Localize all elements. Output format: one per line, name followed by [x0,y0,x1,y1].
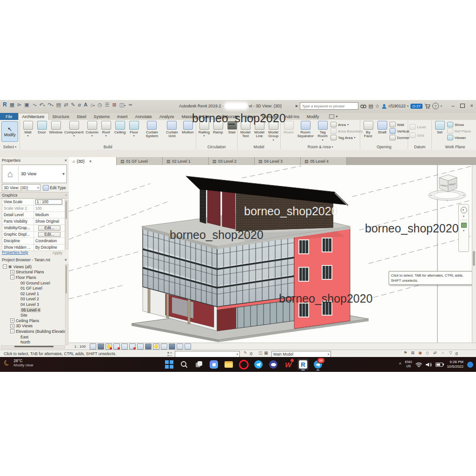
tree-item-ceiling-plans[interactable]: +Ceiling Plans [0,318,65,324]
crop-region-icon[interactable] [137,344,144,350]
design-options-icon[interactable]: ◫ [258,351,263,355]
rendering-dialog-icon[interactable] [121,344,128,350]
view-tab-01-gf-level[interactable]: ▤01 GF Level [117,157,163,165]
tree-item-01-gf-level[interactable]: 01 GF Level [0,285,65,291]
tree-item-elevations[interactable]: −Elevations (Building Elevatio [0,329,65,334]
editable-requests-icon[interactable]: ✎ [244,351,247,355]
ribbon-display-toggle[interactable]: ▾ [329,113,337,120]
view-scale-input[interactable]: 1 : 100 [35,199,62,205]
design-option-select[interactable]: Main Model▾ [271,351,331,357]
file-explorer-icon[interactable] [223,359,234,370]
collapse-icon[interactable]: − [10,329,14,333]
telegram-icon[interactable] [253,359,264,370]
cart-icon[interactable] [424,104,430,109]
discord-icon[interactable] [268,359,279,370]
drawing-area[interactable]: borneo_shop2020 borneo_shop2020 borneo_s… [69,165,476,343]
hidden-icons-chevron[interactable]: ^ [399,362,402,367]
select-underlay-icon[interactable]: ⊠ [411,351,415,355]
constraints-icon[interactable] [177,344,183,350]
search-button[interactable] [178,359,190,370]
floor-button[interactable]: Floor▾ [127,121,140,137]
tag-room-button[interactable]: Tag Room▾ [316,121,330,141]
tag-icon[interactable]: ⌀ [78,102,81,107]
dormer-button[interactable]: Dormer [390,134,410,141]
curtain-system-button[interactable]: Curtain System [141,121,163,139]
select-by-face-icon[interactable]: ◇ [426,351,429,355]
component-button[interactable]: Component▾ [63,121,85,137]
minimize-button[interactable]: – [451,103,454,108]
aligned-dimension-icon[interactable]: ✎ [71,102,75,107]
title-expand-icon[interactable]: ▶ [296,104,298,108]
weather-widget[interactable]: ☾ 28°C Mostly clear [4,358,33,368]
ref-plane-button[interactable]: Ref Plane [447,128,471,134]
wps-office-icon[interactable]: W [283,359,294,370]
hide-isolate-icon[interactable] [145,344,152,350]
scale-button[interactable]: 1 : 100 [74,344,86,349]
visibility-edit-button[interactable]: Edit... [38,225,60,231]
room-separator-button[interactable]: Room Separator [296,121,315,139]
penthouse[interactable] [186,176,348,231]
close-view-icon[interactable]: × [89,159,92,164]
tab-annotate[interactable]: Annotate [132,113,156,120]
red-feature-wall[interactable] [294,227,350,329]
start-button[interactable] [164,359,175,370]
browser-hscrollbar[interactable] [1,345,65,349]
viewcube[interactable]: FRONT RIGHT [426,169,472,207]
exchange-apps-icon[interactable]: ▤ [368,104,373,109]
show-work-plane-button[interactable]: Show [447,121,471,128]
file-tab-icon[interactable]: ▦ [10,102,14,107]
area-boundary-button[interactable]: Area Boundary [331,128,363,134]
tree-item-04-level-3[interactable]: 04 Level 3 [0,302,65,307]
property-row[interactable]: View Scale1 : 100 [2,199,65,205]
tree-item-views-all[interactable]: −▣Views (all) [0,264,65,270]
save-icon[interactable]: ▣ [24,102,29,107]
tree-item-east[interactable]: East [0,334,65,340]
battery-icon[interactable] [436,363,443,367]
level-button[interactable]: Level [410,124,426,130]
wall-opening-button[interactable]: Wall [390,121,410,128]
redo-icon[interactable]: ↷▾ [48,102,53,107]
property-row[interactable]: Parts VisibilityShow Original [2,218,65,225]
column-post[interactable] [188,299,190,324]
collapse-icon[interactable]: − [3,264,7,269]
search-binoculars-icon[interactable] [360,104,366,109]
opening-by-face-button[interactable]: By Face [362,121,375,139]
tree-item-structural-plans[interactable]: +Structural Plans [0,270,65,275]
tree-item-00-ground-level[interactable]: 00 Ground Level [0,280,65,286]
undo-icon[interactable]: ↶▾ [39,102,45,107]
tree-item-05-level-4[interactable]: 05 Level 4 [0,307,65,313]
window-button[interactable]: Window [49,121,62,134]
tab-analyze[interactable]: Analyze [156,113,178,120]
opera-browser-icon[interactable] [238,359,249,370]
area-button[interactable]: Area▾ [331,121,363,128]
building-model[interactable] [69,165,472,343]
help-icon[interactable]: ? [432,103,439,109]
tab-modify[interactable]: Modify [303,113,323,120]
task-view-button[interactable] [193,359,205,370]
edit-type-button[interactable]: Edit Type [42,184,67,191]
selection-filter-icon[interactable]: ▽ [449,351,452,355]
wall-button[interactable]: Wall▾ [21,121,34,137]
signin-person-icon[interactable] [382,104,387,109]
analytical-model-icon[interactable] [169,344,175,350]
navigation-bar[interactable]: ▾ ▾ [458,204,469,252]
properties-help-link[interactable]: Properties help [2,250,28,255]
tab-architecture[interactable]: Architecture [18,113,49,120]
crop-view-icon[interactable] [129,344,136,350]
grid-button[interactable]: Grid [410,132,424,139]
graphic-display-edit-button[interactable]: Edit... [38,232,60,237]
apply-button[interactable]: Apply [49,250,66,256]
restore-button[interactable] [460,104,465,108]
instance-selector[interactable]: 3D View: {3D}▾ [2,184,40,191]
background-process-icon[interactable]: ○ [442,351,444,355]
help-search-input[interactable] [300,102,358,110]
vertical-opening-button[interactable]: Vertical [390,128,410,134]
notification-center-icon[interactable] [467,362,473,368]
add-to-set-icon[interactable]: ▦ [264,351,268,355]
ceiling-button[interactable]: Ceiling [113,121,126,134]
tree-item-3d-views[interactable]: +3D Views [0,324,65,329]
temporary-view-properties-icon[interactable] [161,344,167,350]
tree-item-03-level-2[interactable]: 03 Level 2 [0,297,65,302]
select-pinned-icon[interactable]: ◉ [418,351,422,355]
modify-button[interactable]: ↖Modify [1,121,18,142]
